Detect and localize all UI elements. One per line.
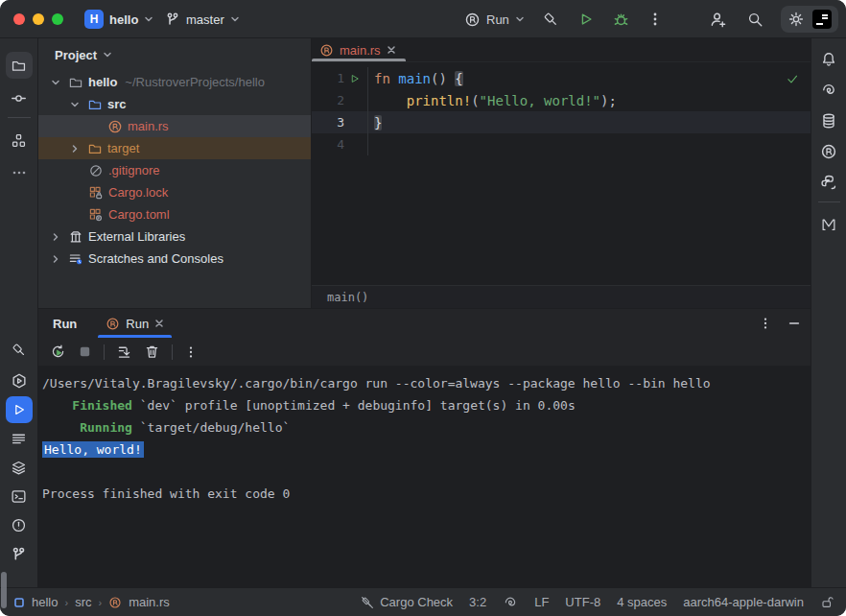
chevron-down-icon[interactable] [67, 100, 82, 109]
inspections-ok-icon[interactable] [786, 72, 799, 85]
minimize-window-button[interactable] [33, 13, 44, 25]
cargo-lock-file-icon [88, 185, 104, 201]
project-widget-label: hello [109, 12, 138, 27]
hide-tool-window-button[interactable] [787, 317, 801, 330]
tree-item-hello[interactable]: hello ~/RustroverProjects/hello [38, 71, 311, 93]
debug-button[interactable] [610, 7, 632, 33]
build-hammer-icon [11, 342, 28, 359]
database-icon [820, 112, 837, 130]
close-window-button[interactable] [13, 13, 25, 25]
problems-tool-button[interactable] [6, 511, 33, 538]
encoding-widget[interactable]: UTF-8 [565, 595, 600, 609]
todo-tool-button[interactable] [6, 425, 33, 452]
stop-button[interactable] [78, 344, 92, 359]
run-toolbar [38, 338, 811, 367]
code-line-caret: 3 } [312, 111, 811, 133]
rerun-button[interactable] [50, 344, 66, 360]
python-tool-button[interactable] [815, 169, 842, 196]
editor-breadcrumbs[interactable]: main() [312, 285, 811, 308]
crumb-project[interactable]: hello [32, 595, 58, 609]
console-line: Running `target/debug/hello` [42, 416, 811, 438]
code-editor[interactable]: 1 fn main() { 2 println!("Hello, world!"… [312, 62, 811, 285]
build-tool-button[interactable] [6, 337, 33, 364]
commit-icon [11, 90, 27, 107]
jetbrains-logo-icon[interactable] [812, 10, 832, 29]
tree-item-target[interactable]: target [38, 137, 311, 159]
indent-widget[interactable]: 4 spaces [617, 595, 667, 609]
chevron-down-icon[interactable] [48, 78, 63, 87]
run-tab-label: Run [126, 317, 149, 331]
notifications-tool-button[interactable] [815, 46, 842, 73]
chevron-right-icon[interactable] [67, 144, 82, 154]
project-widget[interactable]: hello [109, 0, 153, 38]
close-icon[interactable] [154, 319, 164, 328]
caret-position-widget[interactable]: 3:2 [469, 595, 486, 609]
console-line: /Users/Vitaly.Bragilevsky/.cargo/bin/car… [42, 372, 811, 394]
scroll-to-end-button[interactable] [116, 344, 132, 360]
line-ending-widget[interactable]: LF [534, 595, 549, 609]
crumb-src[interactable]: src [75, 595, 91, 609]
tool-window-options-button[interactable] [759, 317, 772, 330]
stripe-separator [818, 201, 840, 202]
scrollbar-thumb[interactable] [1, 572, 7, 608]
toolchain-widget[interactable]: aarch64-apple-darwin [683, 595, 804, 609]
code-with-me-button[interactable] [707, 7, 729, 33]
build-button[interactable] [540, 7, 562, 33]
run-configuration-selector[interactable]: Run [462, 8, 527, 32]
branch-name: master [186, 12, 224, 27]
cargo-check-widget[interactable]: Cargo Check [360, 595, 453, 610]
clear-all-button[interactable] [144, 344, 160, 360]
cargo-tool-button[interactable] [815, 138, 842, 165]
ai-assistant-tool-button[interactable] [815, 77, 842, 104]
layers-tool-button[interactable] [6, 454, 33, 481]
run-gutter-icon[interactable] [346, 71, 364, 86]
database-tool-button[interactable] [815, 107, 842, 134]
search-everywhere-button[interactable] [744, 7, 765, 32]
inspections-icon[interactable] [503, 595, 518, 610]
project-folder-icon [11, 58, 27, 74]
unlocked-icon[interactable] [820, 595, 834, 609]
problems-icon [11, 517, 27, 533]
maven-tool-button[interactable] [815, 211, 842, 238]
trash-icon [144, 344, 160, 360]
terminal-icon [11, 488, 27, 505]
console-line: Finished `dev` profile [unoptimized + de… [42, 394, 811, 416]
chevron-right-icon[interactable] [48, 232, 63, 242]
settings-button[interactable] [787, 11, 805, 28]
terminal-tool-button[interactable] [6, 483, 33, 509]
tree-item-src[interactable]: src [38, 93, 311, 115]
rerun-icon [50, 344, 66, 360]
tree-item-cargo-toml[interactable]: Cargo.toml [38, 203, 311, 225]
commit-tool-button[interactable] [6, 84, 33, 111]
branch-widget[interactable]: master [165, 0, 240, 38]
tree-item-gitignore[interactable]: .gitignore [38, 159, 311, 181]
chevron-right-icon: › [98, 597, 102, 608]
structure-tool-button[interactable] [6, 127, 33, 154]
zoom-window-button[interactable] [52, 13, 63, 25]
status-breadcrumbs[interactable]: hello › src › main.rs [13, 595, 170, 609]
services-tool-button[interactable] [6, 367, 33, 394]
tree-item-scratches[interactable]: Scratches and Consoles [38, 248, 311, 270]
tree-item-main-rs[interactable]: main.rs [38, 115, 311, 137]
run-tool-button[interactable] [6, 396, 33, 423]
more-tool-windows-button[interactable] [6, 159, 33, 186]
more-actions-button[interactable] [646, 8, 665, 31]
run-configuration-name: Run [486, 12, 509, 27]
run-more-options-button[interactable] [184, 345, 198, 359]
cargo-icon [820, 143, 837, 160]
tree-item-cargo-lock[interactable]: Cargo.lock [38, 181, 311, 203]
chevron-right-icon[interactable] [48, 254, 63, 264]
crumb-file[interactable]: main.rs [129, 595, 170, 609]
tab-main-rs[interactable]: main.rs [312, 38, 406, 61]
version-control-tool-button[interactable] [6, 540, 33, 567]
project-tool-button[interactable] [6, 52, 33, 79]
project-panel-header[interactable]: Project [38, 38, 311, 71]
run-tab[interactable]: Run [98, 309, 172, 338]
run-console[interactable]: /Users/Vitaly.Bragilevsky/.cargo/bin/car… [38, 367, 811, 587]
tree-item-external-libraries[interactable]: External Libraries [38, 225, 311, 248]
run-button[interactable] [576, 7, 597, 32]
cargo-icon [464, 12, 481, 28]
close-icon[interactable] [387, 45, 396, 55]
breadcrumb[interactable]: main() [327, 291, 368, 304]
project-panel-title: Project [55, 48, 97, 62]
